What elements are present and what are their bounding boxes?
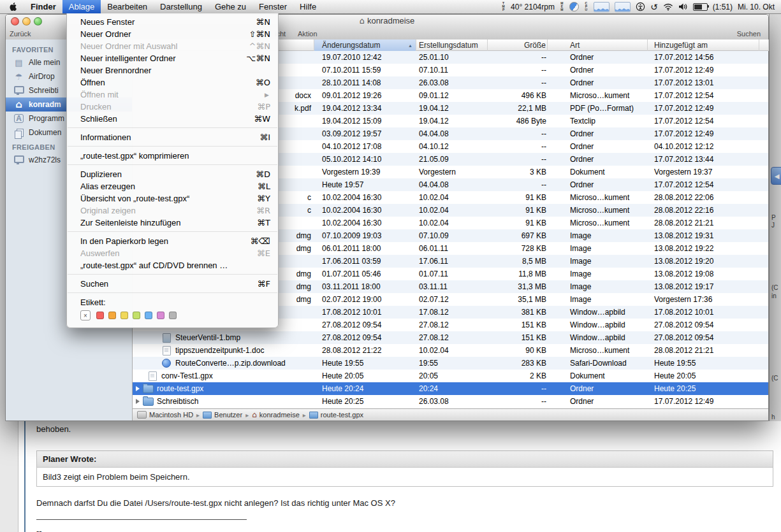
added-date-cell: 13.08.2012 19:17	[648, 280, 759, 293]
file-kind-cell: Dokument	[548, 370, 648, 382]
file-row-routeconverte-p-zip-download[interactable]: RouteConverte…p.zip.downloadHeute 19:551…	[133, 357, 768, 370]
cpu-graph-icon-2[interactable]	[615, 2, 631, 12]
menu-item-in-den-papierkorb-legen[interactable]: In den Papierkorb legen⌘⌫	[67, 235, 278, 247]
menu-item-neuer-brennordner[interactable]: Neuer Brennordner	[67, 64, 278, 76]
etikett-color-swatch-1[interactable]	[108, 312, 116, 319]
modified-date-cell: 27.08.2012 09:54	[314, 331, 416, 344]
etikett-color-swatch-5[interactable]	[157, 312, 164, 319]
menu-item-bersicht-von-route-test-gpx[interactable]: Übersicht von „route-test.gpx“⌘Y	[67, 192, 278, 205]
menu-item-alias-erzeugen[interactable]: Alias erzeugen⌘L	[67, 180, 278, 192]
menu-item-informationen[interactable]: Informationen⌘I	[67, 131, 278, 143]
menubar-item-gehe-zu[interactable]: Gehe zu	[208, 0, 252, 13]
modified-date-cell: 10.02.2004 16:30	[314, 191, 416, 204]
added-date-cell: 17.07.2012 12:49	[648, 395, 759, 408]
etikett-color-swatch-2[interactable]	[120, 312, 128, 319]
menu-item-label: Drucken	[80, 102, 257, 111]
stub-cell	[759, 166, 768, 178]
ablage-menu-dropdown: Neues Fenster⌘NNeuer Ordner⇧⌘NNeuer Ordn…	[66, 13, 279, 328]
file-row-conv-test1-gpx[interactable]: conv-Test1.gpxHeute 20:0520:052 KBDokume…	[133, 370, 768, 382]
menubar-item-fenster[interactable]: Fenster	[252, 0, 293, 13]
created-date-cell: 20:05	[416, 370, 488, 382]
menu-item-label: Suchen	[80, 279, 258, 289]
file-row-schreibtisch[interactable]: SchreibtischHeute 20:2526.03.08--Ordner1…	[133, 395, 768, 408]
file-size-cell: --	[488, 140, 548, 153]
menubar-item-finder[interactable]: Finder	[24, 0, 62, 13]
modified-date-cell: 06.01.2011 18:00	[314, 242, 416, 255]
stub-cell	[759, 76, 768, 89]
column-header-art[interactable]: Art	[548, 40, 648, 51]
column-header-nderungsdatum[interactable]: Änderungsdatum▲	[314, 40, 416, 51]
temperature-fan-reading[interactable]: 40° 2104rpm	[511, 3, 555, 11]
disclosure-triangle-icon[interactable]	[136, 386, 140, 391]
file-kind-cell: Ordner	[548, 153, 648, 166]
menu-item-duplizieren[interactable]: Duplizieren⌘D	[67, 168, 278, 180]
etikett-clear-button[interactable]: ×	[80, 310, 91, 320]
menu-item-neuer-ordner[interactable]: Neuer Ordner⇧⌘N	[67, 28, 278, 40]
menubar-item-ablage[interactable]: Ablage	[62, 0, 101, 13]
path-segment-route-test-gpx[interactable]: route-test.gpx	[309, 411, 363, 419]
menu-item-label: „route-test.gpx“ auf CD/DVD brennen …	[80, 261, 270, 270]
stub-cell	[759, 382, 768, 395]
menubar-item-bearbeiten[interactable]: Bearbeiten	[101, 0, 154, 13]
wifi-menu-icon[interactable]	[663, 3, 673, 11]
menu-item-neues-fenster[interactable]: Neues Fenster⌘N	[67, 16, 278, 28]
menubar-item-darstellung[interactable]: Darstellung	[154, 0, 208, 13]
menu-item-ffnen[interactable]: Öffnen⌘O	[67, 76, 278, 89]
battery-time[interactable]: (1:51)	[713, 3, 733, 11]
stub-cell	[759, 89, 768, 102]
disclosure-triangle-icon[interactable]	[136, 399, 140, 404]
apple-menu[interactable]	[0, 0, 24, 13]
etikett-color-swatch-6[interactable]	[169, 312, 177, 319]
file-row-tippszuendzeitpunkt-1-doc[interactable]: tippszuendzeitpunkt-1.doc28.08.2012 21:2…	[133, 344, 768, 357]
battery-icon[interactable]	[693, 3, 708, 11]
added-date-cell: 17.07.2012 13:01	[648, 76, 759, 89]
path-segment-macintosh-hd[interactable]: Macintosh HD	[137, 411, 193, 419]
created-date-cell: 10.02.04	[416, 344, 488, 357]
modified-date-cell: 04.10.2012 17:08	[314, 140, 416, 153]
column-header-hinzugef-gt-am[interactable]: Hinzugefügt am	[648, 40, 759, 51]
column-header-label: Größe	[524, 41, 546, 50]
folder-file-icon	[143, 398, 154, 406]
added-date-cell: 28.08.2012 21:21	[648, 344, 759, 357]
file-row-steuerventil-1-bmp[interactable]: SteuerVentil-1.bmp27.08.2012 09:5427.08.…	[133, 331, 768, 344]
created-date-cell: 07.10.09	[416, 229, 488, 242]
etikett-color-swatch-3[interactable]	[133, 312, 140, 319]
disk-icon	[137, 411, 147, 419]
back-button[interactable]: Zurück	[10, 30, 31, 38]
menu-item-schlie-en[interactable]: Schließen⌘W	[67, 113, 278, 125]
file-size-cell: 697 KB	[488, 229, 548, 242]
file-row-route-test-gpx[interactable]: route-test.gpxHeute 20:2420:24--OrdnerHe…	[133, 382, 768, 395]
menubar-clock[interactable]: Mi. 10. Okt	[738, 3, 775, 11]
accessibility-menu-icon[interactable]	[636, 2, 645, 11]
applications-icon: A	[13, 114, 24, 123]
sidebar-item-label: Alle mein	[29, 58, 60, 67]
menu-item-neuer-intelligenter-ordner[interactable]: Neuer intelligenter Ordner⌥⌘N	[67, 52, 278, 64]
volume-menu-icon[interactable]	[678, 3, 688, 11]
forum-page: behoben. Planer Wrote: Bild3 zeigt ein P…	[0, 421, 781, 532]
created-date-cell: 01.07.11	[416, 268, 488, 280]
menu-item-label: Auswerfen	[80, 248, 257, 258]
memory-pie-icon[interactable]	[569, 2, 579, 11]
file-kind-cell: Microso…kument	[548, 217, 648, 229]
path-segment-konradmeise[interactable]: ⌂konradmeise	[252, 411, 300, 419]
search-button[interactable]: Suchen	[737, 30, 761, 38]
file-name-fragment: k.pdf	[295, 102, 311, 115]
menu-item-route-test-gpx-komprimieren[interactable]: „route-test.gpx“ komprimieren	[67, 150, 278, 162]
created-date-cell: 02.07.12	[416, 293, 488, 306]
cpu-graph-icon[interactable]	[594, 2, 609, 12]
menu-item-shortcut: ⌘O	[256, 78, 270, 87]
menu-item-route-test-gpx-auf-cd-dvd-brennen[interactable]: „route-test.gpx“ auf CD/DVD brennen …	[67, 259, 278, 271]
etikett-color-swatch-0[interactable]	[96, 312, 104, 319]
menu-item-zur-seitenleiste-hinzuf-gen[interactable]: Zur Seitenleiste hinzufügen⌘T	[67, 217, 278, 229]
quote-box: Planer Wrote: Bild3 zeigt ein Problem be…	[36, 450, 773, 487]
etikett-color-swatch-4[interactable]	[145, 312, 152, 319]
column-header-gr-e[interactable]: Größe	[488, 40, 548, 51]
menu-item-suchen[interactable]: Suchen⌘F	[67, 278, 278, 290]
file-name-cell: RouteConverte…p.zip.download	[133, 357, 314, 370]
menubar-item-hilfe[interactable]: Hilfe	[293, 0, 323, 13]
time-machine-menu-icon[interactable]: ↺	[650, 3, 658, 11]
action-button[interactable]: Aktion	[298, 30, 318, 38]
column-header-erstellungsdatum[interactable]: Erstellungsdatum	[416, 40, 488, 51]
path-segment-benutzer[interactable]: Benutzer	[203, 411, 242, 419]
file-kind-cell: Ordner	[548, 382, 648, 395]
